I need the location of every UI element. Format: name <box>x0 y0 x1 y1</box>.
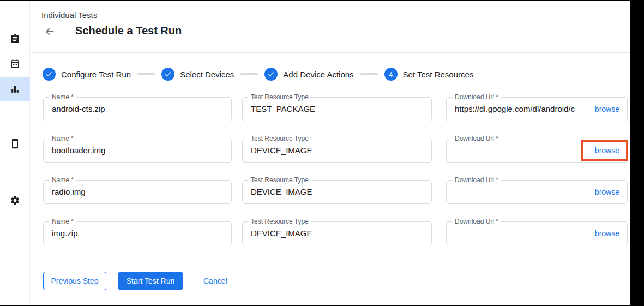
resource-type-field[interactable]: Test Resource Type TEST_PACKAGE <box>242 97 432 121</box>
name-input[interactable]: bootloader.img <box>52 139 227 162</box>
step-set-test-resources[interactable]: 4 Set Test Resources <box>384 68 474 81</box>
step-complete-badge <box>264 68 278 81</box>
clipboard-icon <box>10 34 20 44</box>
cancel-button[interactable]: Cancel <box>203 272 227 290</box>
bar-chart-icon <box>10 84 20 94</box>
smartphone-icon <box>10 139 20 149</box>
check-icon <box>45 70 53 78</box>
calendar-icon <box>10 58 20 69</box>
download-url-input[interactable] <box>455 181 588 203</box>
name-field[interactable]: Name * android-cts.zip <box>43 97 232 121</box>
step-number-badge: 4 <box>384 68 398 81</box>
step-label: Add Device Actions <box>283 70 353 79</box>
action-bar: Previous Step Start Test Run Cancel <box>31 272 630 290</box>
step-select-devices[interactable]: Select Devices <box>161 68 234 81</box>
resource-row: Name * android-cts.zip Test Resource Typ… <box>31 97 630 121</box>
sidebar-item-settings[interactable] <box>0 188 30 212</box>
stepper-connector <box>137 73 155 75</box>
step-complete-badge <box>43 68 56 81</box>
download-url-input[interactable] <box>455 139 588 162</box>
screenshot-black-band <box>630 1 644 306</box>
main-content: Individual Tests Schedule a Test Run Con… <box>31 1 630 305</box>
name-input[interactable]: radio.img <box>52 181 227 203</box>
resource-type-value[interactable]: DEVICE_IMAGE <box>251 139 427 162</box>
download-url-field[interactable]: Download Url * browse <box>446 139 628 163</box>
previous-step-button[interactable]: Previous Step <box>43 272 106 290</box>
step-add-device-actions[interactable]: Add Device Actions <box>264 68 353 81</box>
arrow-back-icon <box>44 26 56 38</box>
step-complete-badge <box>161 68 174 81</box>
gear-icon <box>10 195 20 206</box>
sidebar-item-devices[interactable] <box>0 131 30 155</box>
download-url-input[interactable] <box>455 222 588 245</box>
name-field[interactable]: Name * radio.img <box>43 180 232 204</box>
name-input[interactable]: android-cts.zip <box>52 98 227 121</box>
step-label: Select Devices <box>180 70 234 79</box>
browse-link[interactable]: browse <box>595 98 619 121</box>
name-field[interactable]: Name * bootloader.img <box>43 139 232 163</box>
browse-link[interactable]: browse <box>595 222 619 245</box>
resource-row: Name * img.zip Test Resource Type DEVICE… <box>31 221 630 245</box>
check-icon <box>164 70 172 78</box>
download-url-field[interactable]: Download Url * browse <box>446 180 628 204</box>
sidebar-item-tests[interactable] <box>0 27 30 51</box>
breadcrumb: Individual Tests <box>41 10 97 20</box>
stepper-connector <box>360 73 378 75</box>
start-test-run-button[interactable]: Start Test Run <box>118 272 183 290</box>
resource-type-value[interactable]: TEST_PACKAGE <box>251 98 427 121</box>
resource-row: Name * bootloader.img Test Resource Type… <box>31 139 630 163</box>
page-title: Schedule a Test Run <box>75 25 182 37</box>
sidebar-item-test-runs[interactable] <box>0 77 30 101</box>
resource-row: Name * radio.img Test Resource Type DEVI… <box>31 180 630 204</box>
download-url-input[interactable]: https://dl.google.com/dl/android/c <box>455 98 588 121</box>
resource-type-field[interactable]: Test Resource Type DEVICE_IMAGE <box>242 139 432 163</box>
step-label: Configure Test Run <box>61 70 131 79</box>
step-configure-test-run[interactable]: Configure Test Run <box>43 68 131 81</box>
resource-type-value[interactable]: DEVICE_IMAGE <box>251 222 427 245</box>
download-url-field[interactable]: Download Url * browse <box>446 221 628 245</box>
check-icon <box>267 70 275 78</box>
name-field[interactable]: Name * img.zip <box>43 221 232 245</box>
stepper-connector <box>240 73 258 75</box>
back-button[interactable] <box>44 26 56 38</box>
name-input[interactable]: img.zip <box>52 222 227 245</box>
browse-link[interactable]: browse <box>595 181 619 203</box>
resource-type-field[interactable]: Test Resource Type DEVICE_IMAGE <box>242 180 432 204</box>
header-divider <box>31 52 630 53</box>
stepper: Configure Test Run Select Devices Add De… <box>43 68 473 81</box>
resource-type-field[interactable]: Test Resource Type DEVICE_IMAGE <box>242 221 432 245</box>
sidebar-item-plans[interactable] <box>0 51 30 75</box>
browse-link[interactable]: browse <box>595 139 619 162</box>
download-url-field[interactable]: Download Url * https://dl.google.com/dl/… <box>446 97 628 121</box>
resource-type-value[interactable]: DEVICE_IMAGE <box>251 181 427 203</box>
sidebar <box>0 1 30 305</box>
step-label: Set Test Resources <box>403 70 474 79</box>
